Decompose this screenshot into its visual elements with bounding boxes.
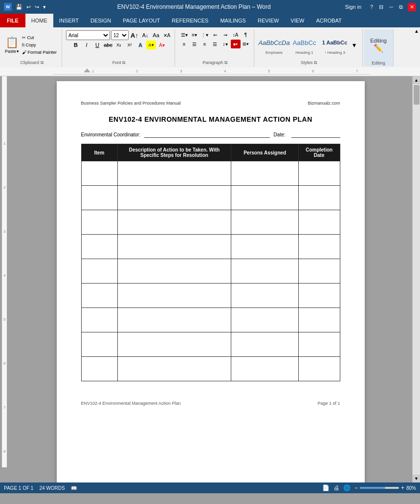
read-mode-btn[interactable]: 📄 [322, 484, 330, 491]
editing-btn[interactable]: Editing ✏️ [367, 31, 390, 59]
cell-item-8[interactable] [81, 332, 117, 357]
cell-desc-9[interactable] [117, 357, 231, 381]
cell-desc-1[interactable] [117, 161, 231, 186]
cell-item-3[interactable] [81, 210, 117, 235]
cell-item-2[interactable] [81, 186, 117, 210]
scroll-down-btn[interactable]: ▼ [413, 475, 420, 482]
table-row[interactable] [81, 161, 340, 186]
quick-access-more-btn[interactable]: ▾ [42, 3, 47, 11]
style-emphasis[interactable]: AaBbCcDa Emphasis [260, 33, 289, 56]
cell-item-7[interactable] [81, 308, 117, 332]
table-row[interactable] [81, 357, 340, 381]
zoom-out-btn[interactable]: − [354, 484, 358, 491]
cell-persons-9[interactable] [231, 357, 299, 381]
print-layout-btn[interactable]: 🖨 [333, 484, 339, 491]
cell-desc-5[interactable] [117, 259, 231, 284]
strikethrough-btn[interactable]: abc [103, 41, 113, 49]
cell-completion-1[interactable] [298, 161, 340, 186]
zoom-slider[interactable] [360, 487, 399, 489]
cell-persons-4[interactable] [231, 235, 299, 259]
cell-item-1[interactable] [81, 161, 117, 186]
paragraph-expand-icon[interactable]: ⧉ [224, 60, 227, 65]
restore-btn[interactable]: ⧉ [398, 3, 404, 11]
sort-btn[interactable]: ↕A [231, 30, 241, 39]
styles-scroll-btn[interactable]: ▾ [353, 41, 356, 49]
show-marks-btn[interactable]: ¶ [241, 30, 251, 39]
bold-btn[interactable]: B [71, 41, 81, 49]
font-size-select[interactable]: 12 [111, 30, 129, 40]
clipboard-expand-icon[interactable]: ⧉ [41, 60, 44, 65]
tab-insert[interactable]: INSERT [53, 14, 85, 27]
font-color-btn[interactable]: A▾ [157, 41, 167, 49]
cell-completion-3[interactable] [298, 210, 340, 235]
align-right-btn[interactable]: ≡ [200, 40, 210, 48]
style-more-btn[interactable]: ▾ [351, 40, 358, 50]
text-effects-btn[interactable]: A [135, 41, 145, 49]
numbering-btn[interactable]: ≡▾ [190, 30, 199, 39]
table-row[interactable] [81, 332, 340, 357]
text-highlight-btn[interactable]: A▾ [146, 41, 156, 49]
font-expand-icon[interactable]: ⧉ [122, 60, 125, 65]
clear-format-btn[interactable]: ✕A [162, 31, 172, 40]
cell-persons-6[interactable] [231, 284, 299, 308]
sign-in-btn[interactable]: Sign in [341, 4, 365, 10]
tab-view[interactable]: VIEW [285, 14, 310, 27]
tab-references[interactable]: REFERENCES [166, 14, 214, 27]
bullets-btn[interactable]: ☰▾ [179, 30, 189, 39]
superscript-btn[interactable]: X² [125, 41, 134, 49]
underline-btn[interactable]: U [92, 41, 102, 49]
increase-indent-btn[interactable]: ⇒ [221, 30, 230, 39]
grow-font-btn[interactable]: A↑ [130, 31, 139, 40]
date-field[interactable] [291, 131, 340, 138]
copy-btn[interactable]: ⎘ Copy [20, 42, 59, 48]
cell-desc-4[interactable] [117, 235, 231, 259]
cell-completion-5[interactable] [298, 259, 340, 284]
zoom-in-btn[interactable]: + [401, 484, 404, 491]
tab-review[interactable]: REVIEW [252, 14, 285, 27]
cell-persons-1[interactable] [231, 161, 299, 186]
tab-page-layout[interactable]: PAGE LAYOUT [117, 14, 166, 27]
tab-mailings[interactable]: MAILINGS [214, 14, 252, 27]
italic-btn[interactable]: I [82, 41, 91, 49]
borders-btn[interactable]: ⊞▾ [241, 40, 251, 48]
styles-expand-icon[interactable]: ⧉ [314, 60, 317, 65]
ribbon-toggle-btn[interactable]: ⊟ [378, 3, 384, 11]
style-heading1[interactable]: AaBbCc Heading 1 [290, 33, 319, 56]
cell-completion-6[interactable] [298, 284, 340, 308]
cell-persons-2[interactable] [231, 186, 299, 210]
table-row[interactable] [81, 259, 340, 284]
cell-desc-6[interactable] [117, 284, 231, 308]
cell-persons-7[interactable] [231, 308, 299, 332]
help-btn[interactable]: ? [369, 3, 374, 11]
cell-persons-5[interactable] [231, 259, 299, 284]
web-layout-btn[interactable]: 🌐 [343, 484, 351, 491]
cell-desc-8[interactable] [117, 332, 231, 357]
undo-quick-btn[interactable]: ↩ [25, 3, 32, 11]
subscript-btn[interactable]: X₂ [114, 41, 124, 49]
tab-home[interactable]: HOME [25, 14, 53, 27]
table-row[interactable] [81, 186, 340, 210]
line-spacing-btn[interactable]: ↕▾ [221, 40, 230, 48]
collapse-ribbon-btn[interactable]: ▲ [414, 28, 419, 34]
change-case-btn[interactable]: Aa [151, 31, 161, 40]
table-row[interactable] [81, 284, 340, 308]
document-page[interactable]: Business Sampler Policies and Procedures… [57, 81, 365, 482]
paste-dropdown-icon[interactable]: ▾ [17, 49, 19, 54]
table-row[interactable] [81, 308, 340, 332]
cell-item-5[interactable] [81, 259, 117, 284]
shrink-font-btn[interactable]: A↓ [140, 31, 150, 40]
cell-completion-7[interactable] [298, 308, 340, 332]
cell-persons-8[interactable] [231, 332, 299, 357]
cell-completion-9[interactable] [298, 357, 340, 381]
cell-item-4[interactable] [81, 235, 117, 259]
close-btn[interactable]: ✕ [408, 3, 416, 11]
redo-quick-btn[interactable]: ↪ [34, 3, 40, 11]
cell-desc-2[interactable] [117, 186, 231, 210]
style-heading3[interactable]: 1 AaBbCc ↑ Heading 3 [320, 33, 350, 56]
cell-completion-4[interactable] [298, 235, 340, 259]
cut-btn[interactable]: ✂ Cut [20, 34, 59, 41]
cell-item-6[interactable] [81, 284, 117, 308]
scroll-up-btn[interactable]: ▲ [413, 76, 420, 84]
font-name-select[interactable]: Arial [66, 30, 110, 40]
tab-design[interactable]: DESIGN [85, 14, 117, 27]
